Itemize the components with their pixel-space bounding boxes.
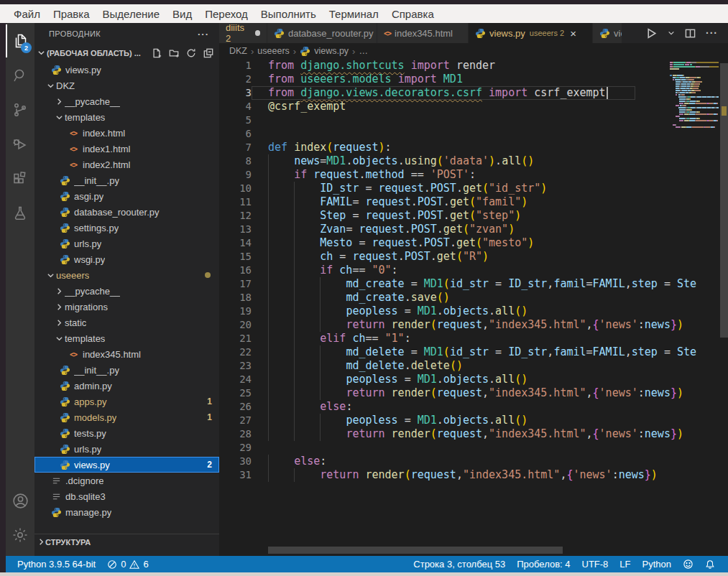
tab-index345.html[interactable]: <>index345.html	[377, 23, 468, 43]
tree-item-views.py[interactable]: views.py2	[34, 457, 219, 473]
status-problems[interactable]: 06	[101, 559, 154, 570]
code-line-27[interactable]: 27 peopless = MD1.objects.all()	[219, 414, 728, 427]
tree-item-templates[interactable]: templates	[34, 109, 219, 125]
tree-item-.dcignore[interactable]: .dcignore	[34, 473, 219, 488]
refresh-icon[interactable]	[186, 48, 196, 58]
split-editor-icon[interactable]	[685, 28, 696, 39]
code-line-23[interactable]: 23 md_delete.delete()	[219, 359, 728, 373]
code-line-6[interactable]: 6	[219, 127, 728, 141]
breadcrumb-item-DKZ[interactable]: DKZ	[229, 46, 247, 56]
explorer-more-actions-icon[interactable]: ···	[198, 29, 209, 40]
tree-item-views.py[interactable]: views.py	[34, 62, 219, 78]
tree-item-__pycache__[interactable]: __pycache__	[34, 283, 219, 299]
menu-справка[interactable]: Справка	[385, 6, 441, 22]
menu-терминал[interactable]: Терминал	[323, 6, 385, 22]
status-interpreter[interactable]: Python 3.9.5 64-bit	[11, 559, 101, 570]
tab-views.py[interactable]: views.pyuseeers 2×	[469, 23, 592, 43]
tree-item-index2.html[interactable]: <>index2.html	[34, 157, 219, 172]
tree-item-DKZ[interactable]: DKZ	[34, 78, 219, 93]
activity-settings-gear[interactable]	[6, 519, 34, 552]
tree-item-asgi.py[interactable]: asgi.py	[34, 188, 219, 204]
run-dropdown-chevron-icon[interactable]	[668, 29, 675, 37]
menu-вид[interactable]: Вид	[166, 6, 198, 22]
activity-source-control[interactable]	[6, 93, 34, 126]
code-line-16[interactable]: 16 if ch== "0":	[219, 264, 728, 277]
status-indentation[interactable]: Пробелов: 4	[511, 559, 576, 570]
breadcrumb[interactable]: DKZ›useeers›views.py›…	[219, 43, 728, 59]
close-icon[interactable]: ×	[570, 28, 576, 39]
code-line-13[interactable]: 13 Zvan= request.POST.get("zvan")	[219, 223, 728, 236]
code-line-30[interactable]: 30 else:	[219, 455, 728, 468]
tree-item-templates[interactable]: templates	[34, 330, 219, 346]
menu-выделение[interactable]: Выделение	[96, 6, 166, 22]
activity-account[interactable]	[6, 484, 34, 517]
tree-item-tests.py[interactable]: tests.py	[34, 425, 219, 441]
minimap[interactable]	[670, 62, 719, 129]
tree-item-urls.py[interactable]: urls.py	[34, 236, 219, 251]
tree-item-useeers[interactable]: useeers	[34, 267, 219, 283]
outline-section-header[interactable]: СТРУКТУРА	[34, 534, 219, 550]
code-line-25[interactable]: 25 return render(request,"index345.html"…	[219, 386, 728, 400]
tree-item-models.py[interactable]: models.py1	[34, 409, 219, 425]
code-line-3[interactable]: 3from django.views.decorators.csrf impor…	[219, 86, 728, 100]
activity-run-debug[interactable]	[6, 128, 34, 161]
horizontal-scrollbar[interactable]	[268, 547, 563, 554]
code-line-1[interactable]: 1from django.shortcuts import render	[219, 59, 728, 73]
code-line-22[interactable]: 22 md_delete = MD1(id_str = ID_str,famil…	[219, 345, 728, 359]
run-icon[interactable]	[645, 27, 658, 40]
tree-item-wsgi.py[interactable]: wsgi.py	[34, 251, 219, 267]
tree-item-__pycache__[interactable]: __pycache__	[34, 93, 219, 109]
code-line-9[interactable]: 9 if request.method == 'POST':	[219, 168, 728, 182]
tab-database_roouter.py[interactable]: database_roouter.py	[267, 23, 377, 43]
tree-item-db.sqlite3[interactable]: db.sqlite3	[34, 488, 219, 504]
code-line-28[interactable]: 28 return render(request,"index345.html"…	[219, 427, 728, 441]
code-line-14[interactable]: 14 Mesto = request.POST.get("mesto")	[219, 236, 728, 250]
code-line-11[interactable]: 11 FAMIL= request.POST.get("famil")	[219, 195, 728, 209]
menu-правка[interactable]: Правка	[47, 6, 96, 22]
menu-файл[interactable]: Файл	[7, 6, 47, 22]
code-line-12[interactable]: 12 Step = request.POST.get("step")	[219, 209, 728, 223]
code-line-2[interactable]: 2from useeers.models import MD1	[219, 73, 728, 86]
new-file-icon[interactable]	[152, 48, 162, 58]
breadcrumb-item-useeers[interactable]: useeers	[257, 46, 289, 56]
more-actions-icon[interactable]: ···	[706, 27, 718, 39]
tree-item-__init__.py[interactable]: __init__.py	[34, 172, 219, 188]
menu-выполнить[interactable]: Выполнить	[254, 6, 323, 22]
activity-files[interactable]: 2	[6, 24, 34, 57]
tree-item-index.html[interactable]: <>index.html	[34, 125, 219, 141]
tree-item-index345.html[interactable]: <>index345.html	[34, 346, 219, 362]
tree-item-static[interactable]: static	[34, 315, 219, 330]
collapse-all-icon[interactable]	[203, 48, 213, 58]
code-line-18[interactable]: 18 md_create.save()	[219, 291, 728, 305]
status-notifications[interactable]	[699, 559, 721, 570]
modified-dot-icon[interactable]	[255, 30, 260, 36]
status-language-mode[interactable]: Python	[637, 559, 677, 570]
menu-переход[interactable]: Переход	[198, 6, 254, 22]
activity-testing[interactable]	[6, 197, 34, 230]
tree-item-database_roouter.py[interactable]: database_roouter.py	[34, 204, 219, 220]
vertical-scrollbar[interactable]	[720, 63, 728, 338]
code-line-8[interactable]: 8 news=MD1.objects.using('daata').all()	[219, 154, 728, 168]
tree-item-admin.py[interactable]: admin.py	[34, 378, 219, 394]
tree-item-index1.html[interactable]: <>index1.html	[34, 141, 219, 157]
status-encoding[interactable]: UTF-8	[576, 559, 614, 570]
code-line-24[interactable]: 24 peopless = MD1.objects.all()	[219, 373, 728, 386]
status-eol[interactable]: LF	[614, 559, 636, 570]
code-line-5[interactable]: 5	[219, 113, 728, 127]
tab-diiits-2[interactable]: diiits 2	[219, 23, 267, 43]
code-line-10[interactable]: 10 ID_str = request.POST.get("id_str")	[219, 182, 728, 195]
tree-item-apps.py[interactable]: apps.py1	[34, 394, 219, 409]
code-line-31[interactable]: 31 return render(request,"index345.html"…	[219, 468, 728, 482]
new-folder-icon[interactable]	[169, 48, 179, 58]
breadcrumb-item-views.py[interactable]: views.py	[314, 46, 349, 56]
code-line-17[interactable]: 17 md_create = MD1(id_str = ID_str,famil…	[219, 277, 728, 291]
tab-vie[interactable]: vie	[593, 23, 622, 43]
tree-item-settings.py[interactable]: settings.py	[34, 220, 219, 236]
status-cursor-position[interactable]: Строка 3, столбец 53	[407, 559, 511, 570]
code-line-7[interactable]: 7def index(request):	[219, 141, 728, 154]
code-line-4[interactable]: 4@csrf_exempt	[219, 100, 728, 113]
tree-item-urls.py[interactable]: urls.py	[34, 441, 219, 457]
code-line-15[interactable]: 15 ch = request.POST.get("R")	[219, 250, 728, 264]
workspace-section-header[interactable]: (РАБОЧАЯ ОБЛАСТЬ) ...	[34, 45, 219, 62]
breadcrumb-item-…[interactable]: …	[359, 46, 368, 56]
